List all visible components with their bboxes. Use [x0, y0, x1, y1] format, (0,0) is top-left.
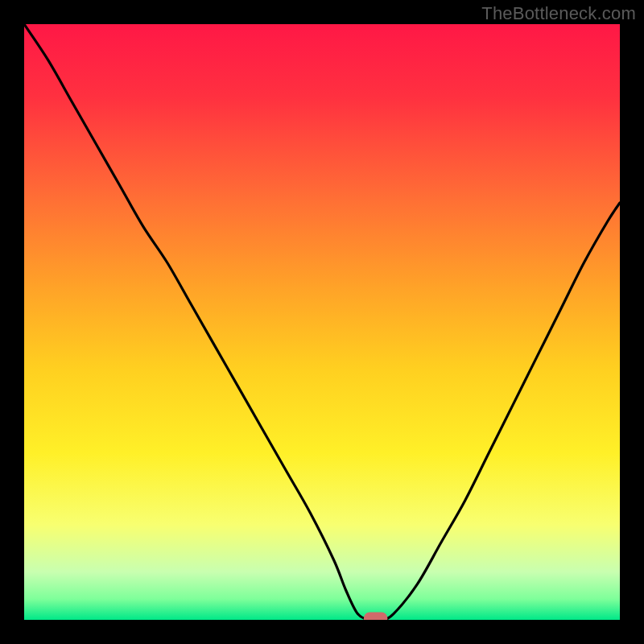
chart-frame: TheBottleneck.com	[0, 0, 644, 644]
minimum-marker	[364, 613, 388, 620]
plot-area	[24, 24, 620, 620]
watermark-text: TheBottleneck.com	[481, 3, 636, 24]
bottleneck-curve	[24, 24, 620, 620]
